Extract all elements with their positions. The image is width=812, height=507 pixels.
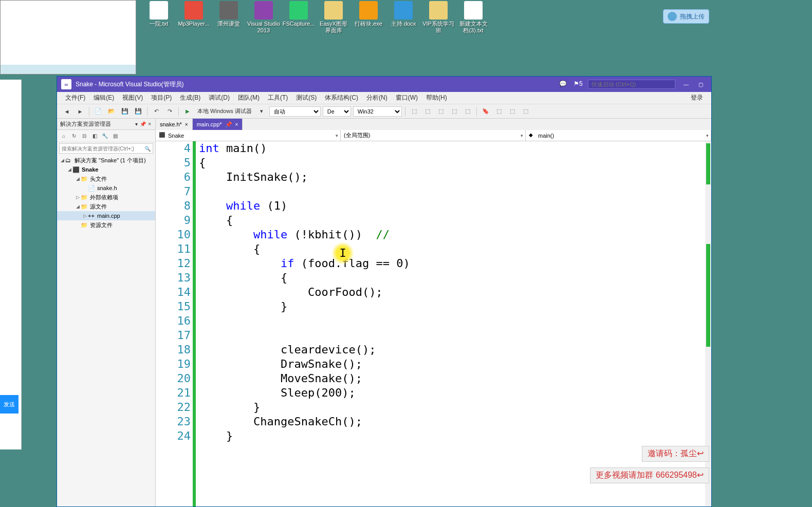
show-all-icon[interactable]: ◧ — [90, 132, 99, 141]
code-line[interactable]: DrawSnake(); — [199, 357, 711, 371]
close-icon[interactable]: × — [185, 122, 188, 127]
config-debug-dropdown[interactable]: Debug — [323, 106, 351, 117]
debugger-dropdown-icon[interactable]: ▾ — [256, 106, 267, 117]
quick-launch-input[interactable] — [588, 80, 675, 89]
menu-item[interactable]: 窗口(W) — [392, 93, 422, 102]
code-line[interactable]: if (food.flag == 0) — [199, 256, 711, 271]
home-icon[interactable]: ⌂ — [59, 132, 68, 141]
code-line[interactable]: { — [199, 271, 711, 285]
redo-button[interactable]: ↷ — [164, 106, 175, 117]
expand-icon[interactable]: ◢ — [75, 176, 81, 181]
solution-search[interactable]: 🔍 — [59, 143, 153, 154]
code-line[interactable]: { — [199, 156, 711, 170]
editor-tab[interactable]: main.cpp*📌× — [193, 119, 243, 130]
open-button[interactable]: 📂 — [106, 106, 117, 117]
menu-item[interactable]: 分析(N) — [362, 93, 392, 102]
expand-icon[interactable]: ▷ — [82, 213, 88, 218]
menu-item[interactable]: 项目(P) — [147, 93, 176, 102]
preview-icon[interactable]: ▤ — [110, 132, 120, 141]
desktop-icon[interactable]: Visual Studio 2013 — [246, 0, 281, 35]
nav-function-dropdown[interactable]: ◆ main() — [526, 130, 711, 141]
code-line[interactable]: Sleep(200); — [199, 386, 711, 400]
menu-item[interactable]: 生成(B) — [176, 93, 205, 102]
sources-folder[interactable]: ◢ 📁 源文件 — [57, 202, 155, 211]
login-link[interactable]: 登录 — [687, 93, 707, 102]
toolbar-icon[interactable]: ⬚ — [507, 106, 518, 117]
menu-item[interactable]: 体系结构(C) — [321, 93, 362, 102]
platform-dropdown[interactable]: Win32 — [353, 106, 402, 117]
project-node[interactable]: ◢ ⬛ Snake — [57, 165, 155, 174]
menu-item[interactable]: 文件(F) — [61, 93, 89, 102]
start-debug-button[interactable]: ▶ — [182, 106, 193, 117]
code-line[interactable]: int main() — [199, 141, 711, 156]
notifications-icon[interactable]: ⚑5 — [574, 80, 582, 88]
toolbar-icon[interactable]: ⬚ — [435, 106, 447, 117]
dropdown-icon[interactable]: ▾ — [134, 121, 139, 127]
source-file[interactable]: ▷ ++ main.cpp — [57, 211, 155, 220]
new-project-button[interactable]: 📄 — [93, 106, 104, 117]
toolbar-icon[interactable]: ⬚ — [493, 106, 505, 117]
desktop-icon[interactable]: 打砖块.exe — [351, 0, 386, 35]
maximize-button[interactable]: ▢ — [694, 80, 707, 89]
editor-tab[interactable]: snake.h*× — [156, 119, 193, 130]
pin-icon[interactable]: 📌 — [225, 121, 232, 128]
desktop-icon[interactable]: 主持.docx — [386, 0, 421, 35]
search-icon[interactable]: 🔍 — [144, 146, 151, 152]
external-deps-folder[interactable]: ▷ 📁 外部依赖项 — [57, 193, 155, 202]
code-body[interactable]: int main(){ InitSnake(); while (1) { whi… — [196, 141, 711, 506]
collapse-icon[interactable]: ⊟ — [80, 132, 89, 141]
save-all-button[interactable]: 💾 — [133, 106, 144, 117]
send-button[interactable]: 发送 — [0, 395, 19, 414]
menu-item[interactable]: 编辑(E) — [89, 93, 118, 102]
nav-project-dropdown[interactable]: ⬛ Snake — [156, 130, 341, 141]
solution-search-input[interactable] — [62, 146, 144, 152]
code-line[interactable]: ChangeSnakeCh(); — [199, 415, 711, 429]
code-line[interactable]: while (1) — [199, 199, 711, 213]
menu-item[interactable]: 调试(D) — [205, 93, 234, 102]
upload-button[interactable]: 拖拽上传 — [663, 9, 709, 24]
headers-folder[interactable]: ◢ 📁 头文件 — [57, 174, 155, 183]
menu-item[interactable]: 团队(M) — [234, 93, 264, 102]
code-line[interactable]: MoveSnake(); — [199, 371, 711, 386]
properties-icon[interactable]: 🔧 — [100, 132, 109, 141]
solution-root[interactable]: ◢ 🗂 解决方案 "Snake" (1 个项目) — [57, 156, 155, 165]
code-line[interactable] — [199, 328, 711, 343]
menu-item[interactable]: 测试(S) — [292, 93, 321, 102]
code-line[interactable]: } — [199, 299, 711, 314]
toolbar-icon[interactable]: ⬚ — [449, 106, 460, 117]
code-line[interactable] — [199, 184, 711, 199]
forward-button[interactable]: ► — [75, 106, 86, 117]
bookmark-icon[interactable]: 🔖 — [480, 106, 491, 117]
config-auto-dropdown[interactable]: 自动 — [269, 106, 321, 117]
refresh-icon[interactable]: ↻ — [69, 132, 79, 141]
code-line[interactable]: { — [199, 242, 711, 256]
desktop-icon[interactable]: Mp3Player... — [176, 0, 211, 35]
save-button[interactable]: 💾 — [119, 106, 131, 117]
header-file[interactable]: 📄 snake.h — [57, 183, 155, 193]
expand-icon[interactable]: ◢ — [66, 167, 72, 172]
toolbar-icon[interactable]: ⬚ — [422, 106, 433, 117]
menu-item[interactable]: 视图(V) — [118, 93, 147, 102]
code-line[interactable]: CoorFood(); — [199, 285, 711, 299]
close-icon[interactable]: × — [147, 121, 152, 127]
desktop-icon[interactable]: 潭州课堂 — [211, 0, 246, 35]
code-line[interactable]: } — [199, 400, 711, 415]
menu-item[interactable]: 帮助(H) — [422, 93, 451, 102]
back-button[interactable]: ◄ — [61, 106, 72, 117]
desktop-icon[interactable]: 新建文本文档(3).txt — [456, 0, 491, 35]
code-line[interactable]: { — [199, 213, 711, 228]
toolbar-icon[interactable]: ⬚ — [520, 106, 531, 117]
toolbar-icon[interactable]: ⬚ — [462, 106, 473, 117]
desktop-icon[interactable]: VIP系统学习班 — [421, 0, 456, 35]
desktop-icon[interactable]: FSCapture... — [281, 0, 316, 35]
nav-scope-dropdown[interactable]: (全局范围) — [341, 130, 526, 141]
code-line[interactable]: while (!kbhit()) // — [199, 228, 711, 242]
resources-folder[interactable]: 📁 资源文件 — [57, 220, 155, 230]
code-line[interactable]: } — [199, 429, 711, 443]
undo-button[interactable]: ↶ — [151, 106, 162, 117]
pin-icon[interactable]: 📌 — [139, 121, 147, 127]
expand-icon[interactable]: ◢ — [59, 158, 65, 163]
desktop-icon[interactable]: 一院.txt — [141, 0, 176, 35]
code-line[interactable]: InitSnake(); — [199, 170, 711, 184]
feedback-icon[interactable]: 💬 — [559, 80, 567, 88]
